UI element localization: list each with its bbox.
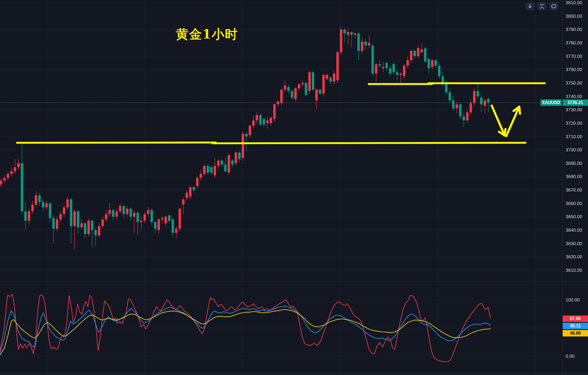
price-tick-label: 3660.00 [566,201,582,206]
price-tick-label: 3690.00 [566,161,582,166]
symbol-badge-text: XAUUSD [542,100,560,105]
price-tick-label: 3760.00 [566,67,582,72]
price-tick-label: 3720.00 [566,121,582,126]
candle [371,44,374,76]
candle [340,27,342,55]
j-value-text: 67.56 [570,316,581,321]
price-tick-label: 3620.00 [566,254,582,259]
candle [228,154,230,175]
candle [312,71,314,91]
price-tick-label: 3670.00 [566,188,582,193]
indicator-tick-label: 100.00 [566,297,580,303]
candle [424,47,426,63]
d-value-text: 48.89 [570,331,581,335]
price-tick-label: 3630.00 [566,241,582,246]
price-tick-label: 3800.00 [566,14,582,19]
candle [308,71,311,93]
indicator-tick-label: 0.00 [566,354,575,359]
candle [305,82,307,96]
collapse-pane-button[interactable] [537,2,546,10]
price-tick-label: 3730.00 [566,107,582,112]
candle [322,74,325,96]
maximize-pane-button[interactable] [549,2,558,10]
yellow-trendline[interactable] [213,143,525,143]
price-tick-label: 3790.00 [566,27,582,32]
price-tick-label: 3610.00 [566,268,582,273]
price-scale[interactable]: 3810.003800.003790.003780.003770.003760.… [566,0,582,273]
chart-title[interactable]: 黄金1小时 [176,27,238,41]
price-tick-label: 3740.00 [566,94,582,99]
candle [242,131,244,161]
candle [179,207,181,231]
price-tick-label: 3640.00 [566,228,582,233]
price-tick-label: 3750.00 [566,81,582,86]
price-badge-text: 3735.31 [568,100,583,105]
kdj-value-labels: 67.56 55.11 48.89 [563,315,588,336]
scroll-to-latest-button[interactable] [525,2,535,10]
candle [336,51,339,83]
yellow-trendline[interactable] [17,143,216,143]
price-tick-label: 3710.00 [566,134,582,139]
price-tick-label: 3770.00 [566,54,582,59]
price-tick-label: 3810.00 [566,0,582,5]
candle [273,103,276,122]
price-tick-label: 3680.00 [566,174,582,179]
candle [259,114,262,126]
time-axis-strip[interactable] [0,373,588,375]
k-value-text: 55.11 [570,324,580,328]
candle [87,218,90,237]
price-tick-label: 3650.00 [566,214,582,219]
symbol-price-label: XAUUSD 3735.31 [541,99,588,106]
chart-window: 3810.003800.003790.003780.003770.003760.… [0,0,588,375]
price-tick-label: 3780.00 [566,40,582,46]
price-tick-label: 3700.00 [566,147,582,152]
